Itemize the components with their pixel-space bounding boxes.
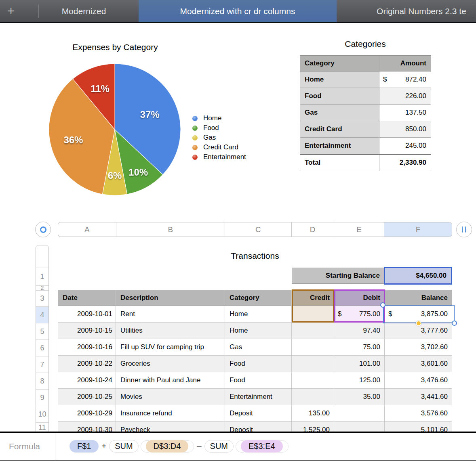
cell-C6[interactable]: Gas (225, 339, 292, 356)
cell-D3-header-credit[interactable]: Credit (292, 290, 334, 306)
formula-token-d3d4[interactable]: D$3:D4 (146, 440, 189, 453)
selection-handle-fill[interactable] (416, 321, 421, 326)
cell-C5[interactable]: Home (225, 323, 292, 339)
cell-E11[interactable] (334, 422, 385, 432)
categories-cell-amount-4[interactable]: 850.00 (379, 121, 431, 138)
cell-D4[interactable] (292, 306, 334, 323)
row-header-11[interactable]: 11 (36, 422, 48, 432)
cell-E7[interactable]: 101.00 (334, 356, 385, 372)
cell-B10[interactable]: Insurance refund (116, 405, 225, 422)
cell-E8[interactable]: 125.00 (334, 372, 385, 389)
cell-C7[interactable]: Food (225, 356, 292, 372)
cell-E3-header-debit[interactable]: Debit (334, 290, 385, 306)
cell-A8[interactable]: 2009-10-24 (58, 372, 116, 389)
cell-F1-starting-balance-value[interactable]: $4,650.00 (384, 267, 452, 285)
categories-cell-amount-5[interactable]: 245.00 (379, 138, 431, 154)
cell-starting-balance-label[interactable]: Starting Balance (292, 268, 385, 284)
cell-D6[interactable] (292, 339, 334, 356)
categories-cell-credit-card[interactable]: Credit Card (300, 121, 379, 138)
cell-E10[interactable] (334, 405, 385, 422)
column-header-D[interactable]: D (292, 222, 334, 237)
categories-cell-total-label[interactable]: Total (300, 154, 379, 171)
column-header-F[interactable]: F (384, 222, 452, 237)
formula-token-e3e4[interactable]: E$3:E4 (241, 440, 283, 453)
row-header-2[interactable]: 2 (36, 285, 48, 290)
row-header-7[interactable]: 7 (36, 356, 48, 373)
cell-C10[interactable]: Deposit (225, 405, 292, 422)
cell-D9[interactable] (292, 389, 334, 405)
cell-E9[interactable]: 35.00 (334, 389, 385, 405)
categories-cell-amount-2[interactable]: 226.00 (379, 88, 431, 105)
formula-function-sum-2[interactable]: SUM (204, 440, 234, 453)
cell-F8[interactable]: 3,476.60 (385, 372, 452, 389)
row-header-6[interactable]: 6 (36, 339, 48, 356)
cell-B9[interactable]: Movies (116, 389, 225, 405)
cell-C4[interactable]: Home (225, 306, 292, 323)
tab-original-numbers[interactable]: Original Numbers 2.3 te (337, 0, 476, 22)
table-pause-handle-icon[interactable] (456, 222, 472, 237)
cell-A4[interactable]: 2009-10-01 (58, 306, 116, 323)
cell-A6[interactable]: 2009-10-16 (58, 339, 116, 356)
cell-A10[interactable]: 2009-10-29 (58, 405, 116, 422)
cell-A7[interactable]: 2009-10-22 (58, 356, 116, 372)
row-header-8[interactable]: 8 (36, 373, 48, 389)
cell-A5[interactable]: 2009-10-15 (58, 323, 116, 339)
formula-function-sum-1[interactable]: SUM (109, 440, 138, 453)
cell-A9[interactable]: 2009-10-25 (58, 389, 116, 405)
cell-B8[interactable]: Dinner with Paul and Jane (116, 372, 225, 389)
column-header-C[interactable]: C (225, 222, 292, 237)
selection-handle-top-left[interactable] (380, 302, 385, 308)
categories-cell-food[interactable]: Food (300, 88, 379, 105)
categories-cell-total-amount[interactable]: 2,330.90 (379, 154, 431, 171)
expenses-pie-chart[interactable]: 37%10%6%36%11% (46, 61, 183, 198)
cell-B6[interactable]: Fill up SUV for camping trip (116, 339, 225, 356)
cell-F11[interactable]: 5,101.60 (385, 422, 452, 432)
tab-modernized[interactable]: Modernized (44, 0, 123, 22)
cell-F6[interactable]: 3,702.60 (385, 339, 452, 356)
cell-C11[interactable]: Deposit (225, 422, 292, 432)
cell-E4[interactable]: $775.00 (334, 306, 385, 323)
column-header-B[interactable]: B (116, 222, 225, 237)
row-header-5[interactable]: 5 (36, 323, 48, 339)
cell-D11[interactable]: 1,525.00 (292, 422, 334, 432)
cell-D5[interactable] (292, 323, 334, 339)
column-header-E[interactable]: E (334, 222, 385, 237)
row-header-9[interactable]: 9 (36, 389, 48, 406)
row-header-1[interactable]: 1 (36, 268, 48, 285)
categories-cell-gas[interactable]: Gas (300, 105, 379, 121)
categories-header-amount[interactable]: Amount (379, 56, 431, 71)
tab-modernized-with-cr-dr-columns[interactable]: Modernized with cr dr columns (139, 0, 337, 22)
add-sheet-button[interactable]: + (4, 3, 18, 19)
cell-C9[interactable]: Entertainment (225, 389, 292, 405)
cell-F7[interactable]: 3,601.60 (385, 356, 452, 372)
cell-A11[interactable]: 2009-10-30 (58, 422, 116, 432)
cell-F9[interactable]: 3,441.60 (385, 389, 452, 405)
cell-A3-header-date[interactable]: Date (58, 290, 116, 306)
row-header-10[interactable]: 10 (36, 406, 48, 422)
categories-cell-amount-3[interactable]: 137.50 (379, 105, 431, 121)
cell-C3-header-category[interactable]: Category (225, 290, 292, 306)
cell-B7[interactable]: Groceries (116, 356, 225, 372)
cell-B5[interactable]: Utilities (116, 323, 225, 339)
cell-B3-header-description[interactable]: Description (116, 290, 225, 306)
cell-B4[interactable]: Rent (116, 306, 225, 323)
cell-D7[interactable] (292, 356, 334, 372)
table-handle-circle-icon[interactable] (35, 222, 51, 237)
categories-cell-entertainment[interactable]: Entertainment (300, 138, 379, 154)
formula-token-f1[interactable]: F$1 (70, 440, 99, 453)
cell-E6[interactable]: 75.00 (334, 339, 385, 356)
categories-header-category[interactable]: Category (300, 56, 379, 71)
cell-B11[interactable]: Paycheck (116, 422, 225, 432)
row-header-4[interactable]: 4 (36, 306, 48, 323)
categories-cell-amount-1[interactable]: $872.40 (379, 71, 431, 88)
categories-cell-home[interactable]: Home (300, 71, 379, 88)
cell-D8[interactable] (292, 372, 334, 389)
selection-handle-bottom-right[interactable] (452, 321, 457, 326)
cell-D10[interactable]: 135.00 (292, 405, 334, 422)
cell-F3-header-balance[interactable]: Balance (385, 290, 452, 306)
row-header-3[interactable]: 3 (36, 290, 48, 306)
chart-legend[interactable]: HomeFoodGasCredit CardEntertainment (192, 113, 246, 162)
cell-E5[interactable]: 97.40 (334, 323, 385, 339)
cell-F10[interactable]: 3,576.60 (385, 405, 452, 422)
column-header-A[interactable]: A (58, 222, 116, 237)
